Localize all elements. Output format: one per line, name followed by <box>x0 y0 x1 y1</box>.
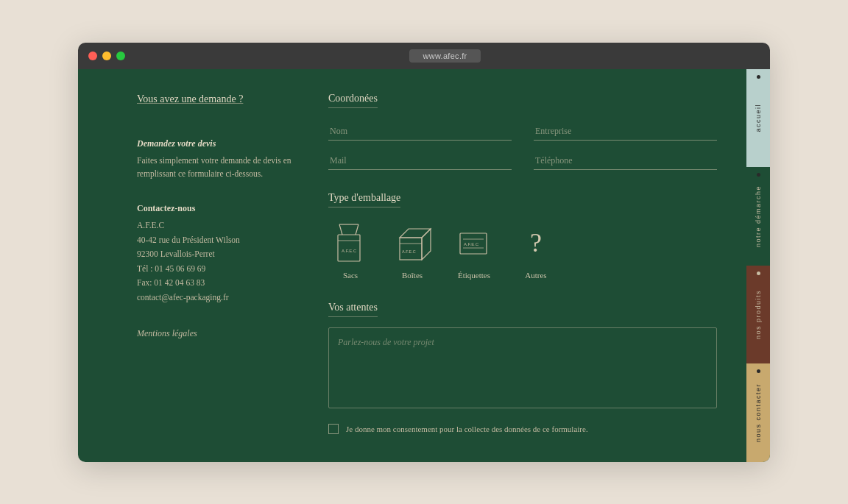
svg-text:A.F.E.C: A.F.E.C <box>342 249 357 253</box>
etiquettes-label: Étiquettes <box>458 271 490 280</box>
coordonnees-form <box>328 123 717 170</box>
autres-icon: ? <box>514 221 558 265</box>
packaging-section: Type d'emballage <box>328 191 717 280</box>
sidebar-item-produits[interactable]: nos produits <box>746 266 770 364</box>
nav-dot-accueil <box>757 75 760 79</box>
left-panel: Vous avez une demande ? Demandez votre d… <box>137 91 299 440</box>
nom-field-wrapper <box>328 123 512 141</box>
boites-icon: A.F.E.C <box>390 221 434 265</box>
maximize-button[interactable] <box>116 52 125 60</box>
sacs-icon: A.F.E.C <box>328 221 372 265</box>
textarea-wrapper <box>328 327 717 408</box>
url-bar[interactable]: www.afec.fr <box>409 49 480 63</box>
company-name: A.F.E.C <box>137 221 164 230</box>
contactez-section: Contactez-nous A.F.E.C 40-42 rue du Prés… <box>137 202 299 305</box>
consent-row: Je donne mon consentement pour la collec… <box>328 423 717 436</box>
packaging-boites[interactable]: A.F.E.C Boîtes <box>390 221 434 280</box>
packaging-options: A.F.E.C Sacs <box>328 221 717 280</box>
tel-number: Tél : 01 45 06 69 69 <box>137 264 205 273</box>
nav-dot-contacter <box>757 369 760 373</box>
entreprise-input[interactable] <box>534 123 717 141</box>
consent-checkbox[interactable] <box>328 424 339 434</box>
autres-label: Autres <box>525 271 546 280</box>
attentes-section: Vos attentes <box>328 300 717 408</box>
consent-label: Je donne mon consentement pour la collec… <box>346 423 588 436</box>
svg-rect-0 <box>338 235 360 261</box>
boites-label: Boîtes <box>402 271 423 280</box>
address-line2: 92300 Levallois-Perret <box>137 249 215 258</box>
nom-input[interactable] <box>328 123 512 141</box>
mail-field-wrapper <box>328 152 512 170</box>
svg-marker-8 <box>422 229 431 260</box>
mentions-legales-link[interactable]: Mentions légales <box>137 327 299 341</box>
contactez-title: Contactez-nous <box>137 203 195 213</box>
project-textarea[interactable] <box>338 337 707 396</box>
sacs-label: Sacs <box>343 271 358 280</box>
sidebar-item-accueil[interactable]: accueil <box>746 69 770 168</box>
email-address: contact@afec-packaging.fr <box>137 293 229 302</box>
svg-text:A.F.E.C: A.F.E.C <box>464 242 479 246</box>
minimize-button[interactable] <box>102 52 111 60</box>
svg-line-1 <box>339 224 342 235</box>
nav-dot-produits <box>757 271 760 275</box>
browser-body: Vous avez une demande ? Demandez votre d… <box>78 69 770 462</box>
fax-number: Fax: 01 42 04 63 83 <box>137 278 205 287</box>
nav-label-contacter: nous contacter <box>755 383 762 442</box>
address-line1: 40-42 rue du Président Wilson <box>137 235 240 244</box>
packaging-title: Type d'emballage <box>328 192 400 207</box>
browser-window: www.afec.fr Vous avez une demande ? Dema… <box>78 43 770 462</box>
nav-dot-demarche <box>757 173 760 177</box>
sidebar-nav: accueil notre démarche nos produits nous… <box>746 69 770 462</box>
mail-input[interactable] <box>328 152 512 170</box>
sidebar-item-contacter[interactable]: nous contacter <box>746 363 770 462</box>
svg-text:A.F.E.C: A.F.E.C <box>402 249 416 254</box>
main-content: Vous avez une demande ? Demandez votre d… <box>78 69 746 462</box>
svg-rect-6 <box>400 238 422 260</box>
coordonnees-section: Coordonées <box>328 91 717 170</box>
packaging-sacs[interactable]: A.F.E.C Sacs <box>328 221 372 280</box>
telephone-input[interactable] <box>534 152 717 170</box>
contact-details: A.F.E.C 40-42 rue du Président Wilson 92… <box>137 219 299 305</box>
svg-line-2 <box>356 224 358 235</box>
demandez-text: Faites simplement votre demande de devis… <box>137 154 299 181</box>
entreprise-field-wrapper <box>534 123 717 141</box>
packaging-autres[interactable]: ? Autres <box>514 221 558 280</box>
right-panel: Coordonées <box>328 91 717 440</box>
nav-label-accueil: accueil <box>755 104 762 132</box>
attentes-title: Vos attentes <box>328 302 378 317</box>
browser-chrome: www.afec.fr <box>78 43 770 69</box>
coordonnees-title: Coordonées <box>328 93 378 108</box>
page-title: Vous avez une demande ? <box>137 91 299 107</box>
nav-label-produits: nos produits <box>755 290 762 339</box>
demandez-title: Demandez votre devis <box>137 138 216 149</box>
etiquettes-icon: A.F.E.C <box>452 221 496 265</box>
sidebar-item-demarche[interactable]: notre démarche <box>746 167 770 266</box>
telephone-field-wrapper <box>534 152 717 170</box>
demandez-section: Demandez votre devis Faites simplement v… <box>137 137 299 181</box>
close-button[interactable] <box>88 52 97 60</box>
nav-label-demarche: notre démarche <box>755 185 762 247</box>
packaging-etiquettes[interactable]: A.F.E.C Étiquettes <box>452 221 496 280</box>
